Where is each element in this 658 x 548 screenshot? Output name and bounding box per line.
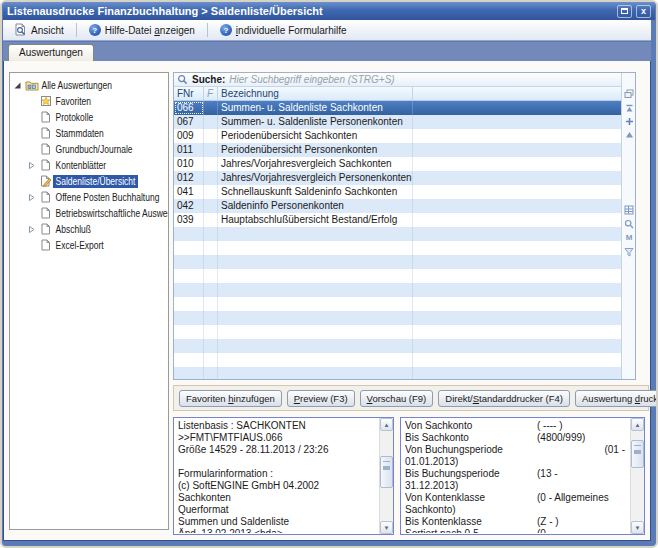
table-row[interactable]: 041Schnellauskunft Saldeninfo Sachkonten: [174, 185, 622, 199]
cell-fnr: [174, 227, 204, 241]
table-row[interactable]: 011Periodenübersicht Personenkonten: [174, 143, 622, 157]
scrollbar-down-icon[interactable]: ▼: [380, 521, 393, 534]
tree-item-favoriten[interactable]: Favoriten: [10, 93, 168, 109]
cell-fnr: 042: [174, 199, 204, 213]
cell-filler: [413, 199, 622, 213]
filter-icon[interactable]: [622, 245, 636, 258]
button-bar: Favoriten hinzufügenPreview (F3)Vorschau…: [173, 385, 649, 411]
tab-auswertungen[interactable]: Auswertungen: [8, 44, 94, 61]
ansicht-button[interactable]: Ansicht: [7, 21, 71, 40]
preview-f3-button[interactable]: Preview (F3): [287, 390, 355, 407]
tree-item-abschluss[interactable]: Abschluß: [10, 221, 168, 237]
info-row: Sortiert nach 0-5(0 -: [405, 528, 627, 533]
tree-item-label: Excel-Export: [53, 239, 106, 252]
cell-filler: [413, 129, 622, 143]
tree-item-kontenblatter[interactable]: Kontenblätter: [10, 157, 168, 173]
favoriten-hinzufugen-button[interactable]: Favoriten hinzufügen: [179, 390, 282, 407]
table-row[interactable]: 067Summen- u. Saldenliste Personenkonten: [174, 115, 622, 129]
info-value: (0 -: [537, 528, 627, 533]
search-input[interactable]: [229, 74, 632, 86]
cell-f: [204, 339, 218, 353]
info-label: Von Sachkonto: [405, 420, 537, 432]
column-header-bezeichnung[interactable]: Bezeichnung: [218, 87, 413, 100]
scroll-up-icon[interactable]: [622, 128, 636, 141]
grid-body: 066Summen- u. Saldenliste Sachkonten067S…: [174, 101, 622, 379]
tree-item-saldenliste-ubersicht[interactable]: Saldenliste/Übersicht: [10, 173, 168, 189]
info-label: Von Kontenklasse: [405, 492, 537, 504]
column-header-f[interactable]: F: [204, 87, 218, 100]
info-row: Bis Sachkonto(4800/999): [405, 432, 627, 444]
info-label: Sachkonto): [405, 504, 537, 516]
table-row[interactable]: 066Summen- u. Saldenliste Sachkonten: [174, 101, 622, 115]
cell-bezeichnung: [218, 325, 413, 339]
folder-icon: [24, 79, 39, 91]
tree-item-excel-export[interactable]: Excel-Export: [10, 237, 168, 253]
table-row[interactable]: 010Jahres/Vorjahresvergleich Sachkonten: [174, 157, 622, 171]
tree-item-label: Favoriten: [53, 95, 94, 108]
table-row-empty: [174, 325, 622, 339]
hilfe-datei-anzeigen-button[interactable]: ?Hilfe-Datei anzeigen: [82, 22, 202, 38]
tree-item-stammdaten[interactable]: Stammdaten: [10, 125, 168, 141]
info-row: Von Buchungsperiode(01 -: [405, 444, 627, 456]
auswertung-drucken-button[interactable]: Auswertung drucken: [575, 390, 658, 407]
info-row: Von Sachkonto( ---- ): [405, 420, 627, 432]
memo-icon[interactable]: M: [622, 231, 636, 244]
table-row-empty: [174, 311, 622, 325]
main-area: Alle AuswertungenFavoritenProtokolleStam…: [3, 61, 651, 541]
grid-settings-icon[interactable]: [622, 203, 636, 216]
info-line: Summen und Saldenliste: [178, 516, 376, 528]
info-line: (c) SoftENGINE GmbH 04.2002: [178, 480, 376, 492]
cell-filler: [413, 115, 622, 129]
cell-filler: [413, 339, 622, 353]
tree-item-label: Protokolle: [53, 111, 96, 124]
scrollbar-thumb[interactable]: [631, 440, 644, 468]
cell-fnr: 041: [174, 185, 204, 199]
direkt-standarddrucker-f4-button[interactable]: Direkt/Standarddrucker (F4): [438, 390, 570, 407]
table-row[interactable]: 009Periodenübersicht Sachkonten: [174, 129, 622, 143]
tree-item-offene-posten-buchhaltung[interactable]: Offene Posten Buchhaltung: [10, 189, 168, 205]
page-icon: [38, 239, 53, 251]
cell-f: [204, 353, 218, 367]
info-line: Formularinformation :: [178, 468, 376, 480]
table-row[interactable]: 039Hauptabschlußübersicht Bestand/Erfolg: [174, 213, 622, 227]
app-window: Listenausdrucke Finanzbuchhaltung > Sald…: [0, 0, 658, 548]
tree-item-label: Offene Posten Buchhaltung: [53, 191, 162, 204]
cell-bezeichnung: [218, 227, 413, 241]
vorschau-f9-button[interactable]: Vorschau (F9): [360, 390, 434, 407]
individuelle-formularhilfe-button[interactable]: ?individuelle Formularhilfe: [213, 22, 354, 38]
column-header-fnr[interactable]: FNr: [174, 87, 204, 100]
collapsed-icon[interactable]: [24, 225, 38, 234]
scrollbar-up-icon[interactable]: ▲: [631, 418, 644, 431]
expander-icon[interactable]: [10, 81, 24, 90]
toolbar-item-label: individuelle Formularhilfe: [236, 25, 347, 36]
restore-button[interactable]: [617, 5, 632, 18]
table-row[interactable]: 042Saldeninfo Personenkonten: [174, 199, 622, 213]
info-line: [178, 456, 376, 468]
info-value: (13 -: [537, 468, 627, 480]
cell-bezeichnung: Periodenübersicht Sachkonten: [218, 129, 413, 143]
collapsed-icon[interactable]: [24, 193, 38, 202]
column-chooser-icon[interactable]: [622, 87, 636, 100]
tree-item-grundbuch-journale[interactable]: Grundbuch/Journale: [10, 141, 168, 157]
info-value: (4800/999): [537, 432, 627, 444]
info-label: Von Buchungsperiode: [405, 444, 537, 456]
toolbar-item-label: Hilfe-Datei anzeigen: [105, 25, 195, 36]
close-button[interactable]: x: [636, 5, 651, 18]
tree-panel: Alle AuswertungenFavoritenProtokolleStam…: [9, 72, 169, 530]
cell-bezeichnung: Summen- u. Saldenliste Sachkonten: [218, 101, 413, 115]
tree-item-betriebswirtschaftliche-auswertungen[interactable]: Betriebswirtschaftliche Auswertungen: [10, 205, 168, 221]
scrollbar-down-icon[interactable]: ▼: [631, 521, 644, 534]
add-icon[interactable]: [622, 115, 636, 128]
tree-item-protokolle[interactable]: Protokolle: [10, 109, 168, 125]
scrollbar-thumb[interactable]: [380, 456, 393, 488]
table-row[interactable]: 012Jahres/Vorjahresvergleich Personenkon…: [174, 171, 622, 185]
scrollbar-up-icon[interactable]: ▲: [380, 418, 393, 431]
cell-bezeichnung: [218, 255, 413, 269]
collapsed-icon[interactable]: [24, 161, 38, 170]
scroll-top-icon[interactable]: [622, 102, 636, 115]
info-value: (Z - ): [537, 516, 627, 528]
cell-f: [204, 255, 218, 269]
search-tool-icon[interactable]: [622, 217, 636, 230]
tree-item-alle-auswertungen[interactable]: Alle Auswertungen: [10, 77, 168, 93]
cell-f: [204, 311, 218, 325]
